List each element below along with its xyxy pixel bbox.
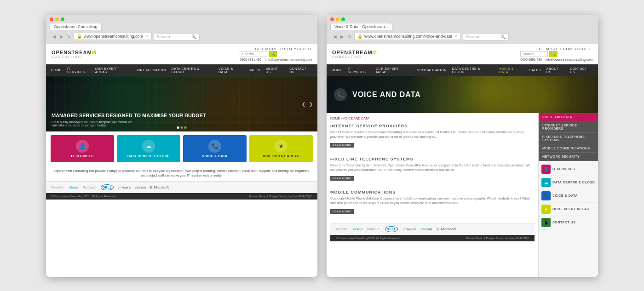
sidebar-mobile[interactable]: MOBILE COMMUNICATIONS xyxy=(539,144,598,153)
tile-voice-1[interactable]: 📞 VOICE & DATA xyxy=(183,135,247,162)
browser-search-1[interactable]: Search 🔍 xyxy=(154,33,200,40)
header-search-2: 🔍 xyxy=(520,51,592,57)
reload-button-1[interactable]: ↻ xyxy=(66,34,72,39)
minimize-button-2[interactable] xyxy=(336,17,339,21)
hero-banner-1: MANAGED SERVICES DESIGNED TO MAXIMISE YO… xyxy=(46,76,317,131)
page2-sidebar: VOICE AND DATA INTERNET SERVICE PROVIDER… xyxy=(538,113,598,277)
sidebar-network-security[interactable]: NETWORK SECURITY xyxy=(539,153,598,161)
site-nav-1: HOME IT SERVICES OUR EXPERT AREAS VIRTUA… xyxy=(46,64,317,76)
hero-subtitle-1: From a fully managed solution to bespoke… xyxy=(52,120,134,127)
nav-home-1[interactable]: HOME xyxy=(50,68,63,73)
sidebar-tile-contact[interactable]: 📱 CONTACT US xyxy=(539,216,598,229)
close-button-1[interactable] xyxy=(50,17,53,21)
browser-window-2: Voice & Data - Openstream... ◀ ▶ ↻ 🔒 www… xyxy=(327,15,598,277)
breadcrumb-2: HOME › VOICE AND DATA xyxy=(330,117,535,120)
logo-sub-1: CONSULTING xyxy=(52,55,97,58)
nav-contact-1[interactable]: CONTACT US xyxy=(288,66,314,74)
nav-sales-2[interactable]: SALES xyxy=(528,68,542,73)
address-bar-2[interactable]: 🔒 www.openstreamconsulting.com/voice-and… xyxy=(354,33,461,40)
partners-label-1: Partners: xyxy=(83,186,96,189)
nav-about-1[interactable]: ABOUT US xyxy=(264,66,286,74)
site-search-input-2[interactable] xyxy=(520,51,548,57)
forward-button-1[interactable]: ▶ xyxy=(59,34,64,39)
nav-contact-2[interactable]: CONTACT US xyxy=(569,66,594,74)
header-right-1: GET MORE FROM YOUR IT 🔍 0800 6891 436 in… xyxy=(240,47,312,61)
site-search-button-1[interactable]: 🔍 xyxy=(269,51,277,57)
maximize-button-1[interactable] xyxy=(61,17,64,21)
nav-it-services-1[interactable]: IT SERVICES xyxy=(66,66,91,74)
nav-home-2[interactable]: HOME xyxy=(330,68,344,73)
back-button-1[interactable]: ◀ xyxy=(52,34,57,39)
tile-expert-1[interactable]: ★ OUR EXPERT AREAS xyxy=(249,135,313,162)
nav-datacentre-2[interactable]: DATA CENTRE & CLOUD xyxy=(451,66,495,74)
footer-copyright-1: © Openstream Consulting 2015. All Rights… xyxy=(52,195,116,198)
back-button-2[interactable]: ◀ xyxy=(332,34,338,39)
hero-content-1: MANAGED SERVICES DESIGNED TO MAXIMISE YO… xyxy=(46,108,212,131)
maximize-button-2[interactable] xyxy=(341,17,345,21)
nav-virt-1[interactable]: VIRTUALISATION xyxy=(135,68,167,73)
nav-expert-1[interactable]: OUR EXPERT AREAS xyxy=(94,66,132,74)
sidebar-fixed-line[interactable]: FIXED LINE TELEPHONE SYSTEMS xyxy=(539,133,598,144)
breadcrumb-home[interactable]: HOME xyxy=(330,117,340,120)
nav-virt-2[interactable]: VIRTUALISATION xyxy=(416,68,448,73)
hero-nav-1: ❮ ❯ xyxy=(302,101,313,106)
window-controls-1 xyxy=(50,17,314,21)
cisco-text-1: cisco xyxy=(69,185,78,189)
nav-sales-1[interactable]: SALES xyxy=(247,68,262,73)
nav-about-2[interactable]: ABOUT US xyxy=(545,66,566,74)
isp-read-more[interactable]: READ MORE xyxy=(330,143,354,148)
fixed-line-read-more[interactable]: READ MORE xyxy=(330,176,354,181)
reseller-label-2: Reseller: xyxy=(336,228,349,231)
tile-it-services-1[interactable]: 👤 IT SERVICES xyxy=(51,135,114,162)
active-tab-2[interactable]: Voice & Data - Openstream... xyxy=(330,23,392,30)
logo-1[interactable]: OPENSTREAMM CONSULTING xyxy=(52,50,97,58)
sidebar-tile-voice[interactable]: 📞 VOICE & DATA xyxy=(539,189,598,203)
body-text-section-1: Openstream Consulting can provide a rang… xyxy=(46,166,317,181)
nav-expert-2[interactable]: OUR EXPERT AREAS xyxy=(374,66,413,74)
close-button-2[interactable] xyxy=(330,17,334,21)
microsoft-logo-2: ⊞ Microsoft xyxy=(437,227,456,231)
site-content-2: OPENSTREAMM CONSULTING GET MORE FROM YOU… xyxy=(327,44,598,277)
partners-label-2: Partners: xyxy=(367,228,380,231)
breadcrumb-current: VOICE AND DATA xyxy=(343,117,369,120)
sidebar-tile-expert[interactable]: ★ OUR EXPERT AREAS xyxy=(539,203,598,216)
nav-datacentre-1[interactable]: DATA CENTRE & CLOUD xyxy=(170,66,214,74)
header-search-1: 🔍 xyxy=(240,51,312,57)
hero-prev-icon[interactable]: ❮ xyxy=(302,101,305,106)
partners-bar-1: Reseller: cisco Partners: DELL vmware ve… xyxy=(46,181,317,193)
footer-address-1: Ground Floor, 2 Burgen Street, London, E… xyxy=(249,195,312,198)
reload-button-2[interactable]: ↻ xyxy=(347,34,352,39)
site-nav-2: HOME IT SERVICES OUR EXPERT AREAS VIRTUA… xyxy=(327,64,598,76)
nav-voice-1[interactable]: VOICE & DATA xyxy=(217,66,245,74)
nav-it-services-2[interactable]: IT SERVICES xyxy=(346,66,372,74)
nav-voice-2[interactable]: VOICE & DATA xyxy=(498,66,525,74)
mobile-title: MOBILE COMMUNICATIONS xyxy=(330,190,535,194)
address-bar-1[interactable]: 🔒 www.openstreamconsulting.com ✕ xyxy=(74,33,152,40)
tile-datacentre-1[interactable]: ☁ DATA CENTRE & CLOUD xyxy=(117,135,180,162)
veeam-logo-2: veeam xyxy=(420,227,432,231)
hero-next-icon[interactable]: ❯ xyxy=(309,101,313,106)
window-controls-2 xyxy=(330,17,594,21)
forward-button-2[interactable]: ▶ xyxy=(339,34,345,39)
minimize-button-1[interactable] xyxy=(55,17,59,21)
mobile-read-more[interactable]: READ MORE xyxy=(330,209,354,214)
fixed-line-section: FIXED LINE TELEPHONE SYSTEMS Fixed Line … xyxy=(330,157,535,185)
site-search-input-1[interactable] xyxy=(240,51,267,57)
sidebar-isp[interactable]: INTERNET SERVICE PROVIDERS xyxy=(539,121,598,133)
browser-search-2[interactable]: Search 🔍 xyxy=(463,33,509,40)
site-header-2: OPENSTREAMM CONSULTING GET MORE FROM YOU… xyxy=(327,44,598,64)
refresh-icon-1[interactable]: ✕ xyxy=(145,34,149,39)
refresh-icon-2[interactable]: ✕ xyxy=(454,34,458,39)
logo-2[interactable]: OPENSTREAMM CONSULTING xyxy=(332,50,377,58)
active-tab-1[interactable]: Openstream Consulting xyxy=(50,23,102,30)
sidebar-tile-dc[interactable]: ☁ DATA CENTRE & CLOUD xyxy=(539,176,598,189)
site-footer-2: © Openstream Consulting 2015. All Rights… xyxy=(330,235,535,241)
sidebar-voice-data[interactable]: VOICE AND DATA xyxy=(539,113,598,121)
site-header-1: OPENSTREAMM CONSULTING GET MORE FROM YOU… xyxy=(46,44,317,64)
site-search-button-2[interactable]: 🔍 xyxy=(549,51,558,57)
sidebar-tile-it[interactable]: 👤 IT SERVICES xyxy=(539,163,598,176)
fixed-line-title: FIXED LINE TELEPHONE SYSTEMS xyxy=(330,157,535,161)
tile-dc-label-1: DATA CENTRE & CLOUD xyxy=(120,154,178,158)
sidebar-service-tiles: 👤 IT SERVICES ☁ DATA CENTRE & CLOUD 📞 VO… xyxy=(539,163,598,229)
cisco-logo-2: cisco xyxy=(353,227,362,231)
